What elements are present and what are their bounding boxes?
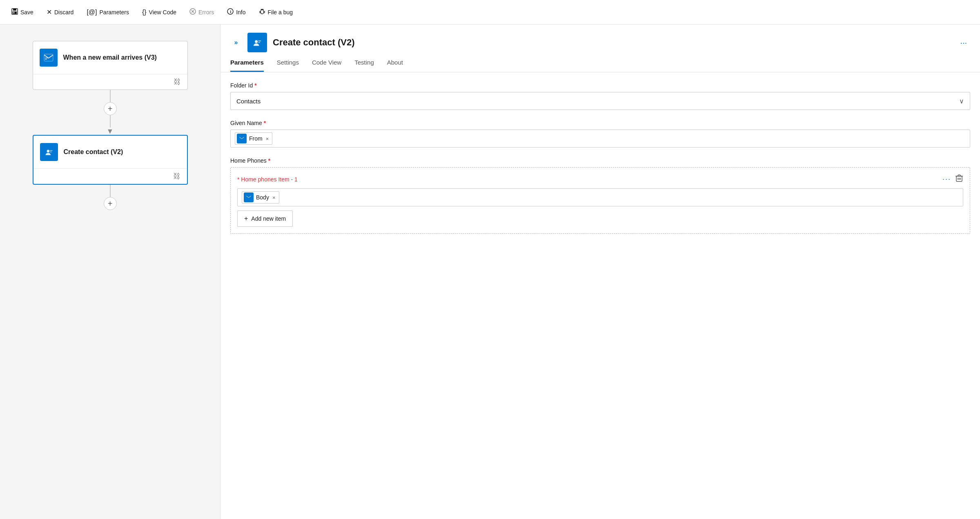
svg-rect-26 xyxy=(258,40,261,41)
parameters-label: Parameters xyxy=(100,9,129,16)
main-layout: When a new email arrives (V3) ⛓ + ▼ xyxy=(0,25,980,519)
tab-code-view[interactable]: Code View xyxy=(312,59,341,72)
body-token: Body × xyxy=(242,191,279,204)
save-icon xyxy=(11,8,18,16)
info-icon: i xyxy=(227,8,234,16)
svg-rect-28 xyxy=(239,136,244,140)
svg-line-11 xyxy=(263,9,263,10)
folder-id-field: Folder Id * Contacts ∨ xyxy=(230,82,970,110)
flow-node-contact-title: Create contact (V2) xyxy=(64,148,123,157)
link-icon-2: ⛓ xyxy=(173,172,180,181)
toolbar: Save ✕ Discard [@] Parameters {} View Co… xyxy=(0,0,980,25)
home-phones-field: Home Phones * * Home phones Item - 1 ··· xyxy=(230,157,970,234)
detail-tabs: Parameters Settings Code View Testing Ab… xyxy=(220,52,980,72)
collapse-button[interactable]: » xyxy=(230,37,242,48)
errors-icon xyxy=(189,8,196,16)
detail-header: » Create contact (V2) ··· xyxy=(220,25,980,52)
given-name-input[interactable]: From × xyxy=(230,130,970,148)
errors-button[interactable]: Errors xyxy=(185,6,219,19)
body-token-text: Body xyxy=(256,194,269,201)
view-code-button[interactable]: {} View Code xyxy=(137,6,181,18)
body-token-icon xyxy=(244,192,254,202)
canvas-panel: When a new email arrives (V3) ⛓ + ▼ xyxy=(0,25,220,519)
array-item-header: * Home phones Item - 1 ··· xyxy=(237,174,963,184)
view-code-icon: {} xyxy=(142,9,147,16)
tab-about[interactable]: About xyxy=(387,59,403,72)
svg-rect-2 xyxy=(13,11,17,14)
parameters-button[interactable]: [@] Parameters xyxy=(82,6,134,18)
connector-line-3 xyxy=(110,185,111,197)
svg-rect-18 xyxy=(45,58,48,58)
tab-settings[interactable]: Settings xyxy=(277,59,299,72)
flow-node-contact-icon xyxy=(40,143,58,161)
flow-connector-2: + xyxy=(104,185,117,210)
discard-button[interactable]: ✕ Discard xyxy=(42,6,78,18)
array-item-label: * Home phones Item - 1 xyxy=(237,176,298,183)
home-phones-input[interactable]: Body × xyxy=(237,188,963,206)
home-phones-label: Home Phones * xyxy=(230,157,970,164)
folder-id-label: Folder Id * xyxy=(230,82,970,89)
home-phones-array: * Home phones Item - 1 ··· xyxy=(230,167,970,234)
file-bug-label: File a bug xyxy=(268,9,293,16)
save-button[interactable]: Save xyxy=(7,6,38,19)
file-bug-button[interactable]: File a bug xyxy=(254,6,298,19)
info-label: Info xyxy=(236,9,245,16)
discard-label: Discard xyxy=(54,9,74,16)
given-name-field: Given Name * From × xyxy=(230,120,970,148)
connector-line-1 xyxy=(110,90,111,102)
chevron-down-icon: ∨ xyxy=(959,97,964,105)
folder-id-value: Contacts xyxy=(236,98,261,105)
view-code-label: View Code xyxy=(149,9,176,16)
svg-text:i: i xyxy=(230,9,232,14)
from-token-close[interactable]: × xyxy=(266,136,269,142)
connector-arrow-1: ▼ xyxy=(107,128,114,135)
parameters-icon: [@] xyxy=(87,9,97,16)
detail-title: Create contact (V2) xyxy=(273,37,951,48)
folder-id-select[interactable]: Contacts ∨ xyxy=(230,92,970,110)
svg-rect-3 xyxy=(13,12,14,13)
flow-node-email-footer: ⛓ xyxy=(33,74,187,89)
flow-node-email-icon xyxy=(40,49,58,67)
tab-parameters[interactable]: Parameters xyxy=(230,59,264,72)
svg-rect-34 xyxy=(246,195,251,199)
info-button[interactable]: i Info xyxy=(222,6,250,19)
array-item-more-button[interactable]: ··· xyxy=(942,175,951,183)
array-item-delete-button[interactable] xyxy=(955,174,963,184)
flow-node-contact[interactable]: Create contact (V2) ⛓ xyxy=(33,135,188,185)
array-item-actions: ··· xyxy=(942,174,963,184)
from-token-text: From xyxy=(249,135,263,142)
svg-line-10 xyxy=(261,9,261,10)
svg-rect-23 xyxy=(50,152,51,152)
add-step-button-2[interactable]: + xyxy=(104,197,117,210)
svg-point-21 xyxy=(47,150,49,153)
add-step-button-1[interactable]: + xyxy=(104,102,117,115)
flow-node-email[interactable]: When a new email arrives (V3) ⛓ xyxy=(33,41,188,90)
svg-rect-27 xyxy=(258,42,260,43)
given-name-label: Given Name * xyxy=(230,120,970,126)
add-item-plus-icon: + xyxy=(244,215,248,222)
home-phones-required: * xyxy=(268,157,270,164)
svg-point-25 xyxy=(255,40,258,43)
given-name-required: * xyxy=(264,120,266,126)
errors-label: Errors xyxy=(198,9,214,16)
flow-node-email-body: When a new email arrives (V3) xyxy=(33,41,187,74)
svg-point-9 xyxy=(261,10,264,14)
bug-icon xyxy=(259,8,265,16)
tab-testing[interactable]: Testing xyxy=(354,59,374,72)
more-options-button[interactable]: ··· xyxy=(957,36,970,49)
add-item-button[interactable]: + Add new item xyxy=(237,210,293,227)
svg-rect-1 xyxy=(13,9,16,11)
form-content: Folder Id * Contacts ∨ Given Name * xyxy=(220,72,980,253)
flow-node-contact-body: Create contact (V2) xyxy=(33,136,187,168)
svg-rect-19 xyxy=(45,59,47,60)
link-icon-1: ⛓ xyxy=(174,78,181,86)
discard-icon: ✕ xyxy=(47,8,52,16)
svg-rect-22 xyxy=(50,150,53,151)
flow-node-email-title: When a new email arrives (V3) xyxy=(63,54,157,62)
from-token-icon xyxy=(237,134,247,143)
flow-node-contact-footer: ⛓ xyxy=(33,168,187,184)
flow-connector-1: + ▼ xyxy=(104,90,117,135)
body-token-close[interactable]: × xyxy=(272,195,276,201)
detail-icon xyxy=(247,33,267,52)
add-item-label: Add new item xyxy=(251,215,286,222)
